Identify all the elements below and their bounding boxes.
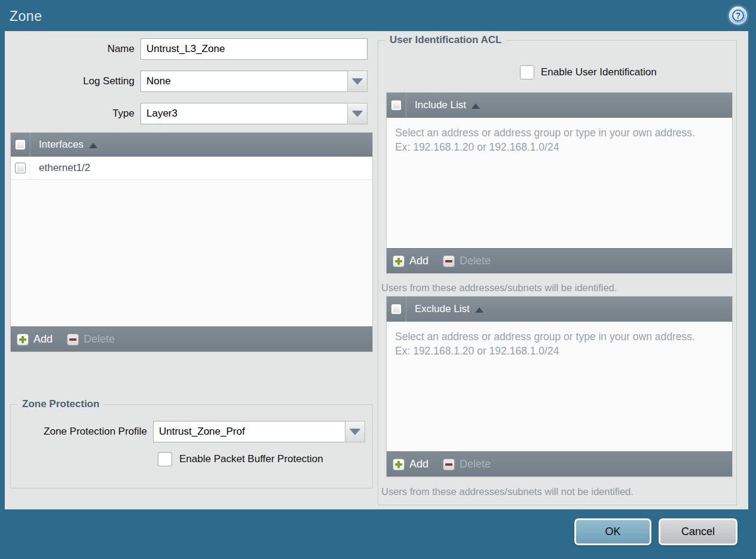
- interface-row-checkbox[interactable]: [15, 163, 26, 173]
- chevron-down-icon: [350, 429, 360, 435]
- type-select: [140, 103, 368, 124]
- exclude-list-note: Users from these addresses/subnets will …: [381, 486, 633, 497]
- interface-name: ethernet1/2: [30, 162, 90, 174]
- question-icon: ?: [732, 10, 744, 22]
- zone-protection-section: Zone Protection Zone Protection Profile …: [10, 404, 373, 488]
- zone-dialog-panel: Name Log Setting Type Interfaces: [5, 31, 748, 509]
- log-setting-label: Log Setting: [5, 75, 140, 87]
- plus-icon: [393, 459, 405, 471]
- zone-protection-profile-label: Zone Protection Profile: [11, 426, 153, 438]
- log-setting-dropdown-button[interactable]: [347, 71, 368, 92]
- zone-protection-profile-dropdown-button[interactable]: [345, 421, 365, 442]
- log-setting-row: Log Setting: [5, 71, 368, 92]
- add-include-button[interactable]: Add: [393, 255, 428, 267]
- cancel-button[interactable]: Cancel: [659, 518, 737, 545]
- sort-ascending-icon: [472, 103, 480, 109]
- select-all-include-checkbox[interactable]: [391, 100, 402, 111]
- include-header-checkbox-cell: [387, 93, 406, 118]
- chevron-down-icon: [352, 78, 363, 84]
- name-row: Name: [5, 38, 368, 60]
- zone-protection-profile-select: [153, 421, 365, 442]
- exclude-list-table: Exclude List Select an address or addres…: [386, 296, 733, 477]
- interfaces-body: ethernet1/2: [11, 157, 372, 326]
- log-setting-input[interactable]: [140, 71, 347, 92]
- exclude-list-header[interactable]: Exclude List: [387, 297, 732, 322]
- include-list-table: Include List Select an address or addres…: [386, 92, 733, 274]
- type-dropdown-button[interactable]: [347, 103, 368, 124]
- enable-user-identification-row: Enable User Identification: [520, 65, 657, 80]
- select-all-interfaces-checkbox[interactable]: [15, 139, 26, 150]
- plus-icon: [17, 334, 29, 346]
- delete-include-button[interactable]: Delete: [443, 255, 491, 267]
- select-all-exclude-checkbox[interactable]: [391, 304, 402, 314]
- exclude-header-checkbox-cell: [387, 297, 406, 322]
- include-list-note: Users from these addresses/subnets will …: [381, 282, 617, 294]
- name-input[interactable]: [140, 38, 368, 60]
- packet-buffer-row: Enable Packet Buffer Protection: [158, 452, 372, 466]
- exclude-list-column-title: Exclude List: [415, 303, 470, 315]
- type-row: Type: [5, 103, 368, 124]
- interfaces-header[interactable]: Interfaces: [11, 133, 372, 157]
- include-list-toolbar: Add Delete: [387, 248, 732, 273]
- help-button[interactable]: ?: [729, 7, 747, 25]
- minus-icon: [443, 255, 455, 267]
- name-label: Name: [5, 43, 140, 55]
- sort-ascending-icon: [89, 143, 97, 148]
- plus-icon: [393, 255, 405, 267]
- dialog-title: Zone: [10, 8, 42, 25]
- interfaces-header-checkbox-cell: [11, 133, 30, 157]
- exclude-list-toolbar: Add Delete: [387, 451, 732, 476]
- exclude-list-placeholder: Select an address or address group or ty…: [387, 322, 709, 358]
- zone-protection-profile-row: Zone Protection Profile: [11, 421, 372, 442]
- minus-icon: [67, 334, 79, 346]
- enable-user-identification-label: Enable User Identification: [541, 66, 657, 78]
- type-input[interactable]: [140, 103, 347, 124]
- minus-icon: [443, 459, 455, 471]
- delete-exclude-button[interactable]: Delete: [443, 458, 491, 471]
- include-list-placeholder: Select an address or address group or ty…: [387, 118, 709, 154]
- user-identification-section: User Identification ACL Enable User Iden…: [378, 40, 737, 505]
- zone-protection-profile-input[interactable]: [153, 421, 345, 442]
- delete-interface-button[interactable]: Delete: [67, 333, 115, 346]
- sort-ascending-icon: [475, 307, 483, 313]
- table-row[interactable]: ethernet1/2: [11, 157, 372, 180]
- enable-user-identification-checkbox[interactable]: [520, 65, 534, 80]
- add-interface-button[interactable]: Add: [17, 333, 53, 346]
- include-list-header[interactable]: Include List: [387, 93, 732, 118]
- interfaces-table: Interfaces ethernet1/2 Add Delete: [10, 132, 373, 352]
- log-setting-select: [140, 71, 368, 92]
- interfaces-toolbar: Add Delete: [11, 326, 372, 352]
- type-label: Type: [5, 108, 140, 120]
- add-exclude-button[interactable]: Add: [393, 458, 428, 471]
- exclude-list-body[interactable]: Select an address or address group or ty…: [387, 322, 732, 451]
- ok-button[interactable]: OK: [574, 518, 651, 545]
- include-list-body[interactable]: Select an address or address group or ty…: [387, 118, 732, 248]
- include-list-column-title: Include List: [415, 99, 466, 111]
- zone-protection-legend: Zone Protection: [18, 398, 103, 410]
- packet-buffer-label: Enable Packet Buffer Protection: [179, 453, 323, 465]
- chevron-down-icon: [352, 111, 363, 117]
- interfaces-column-title: Interfaces: [39, 139, 84, 151]
- enable-packet-buffer-checkbox[interactable]: [158, 452, 172, 466]
- user-identification-legend: User Identification ACL: [385, 34, 506, 46]
